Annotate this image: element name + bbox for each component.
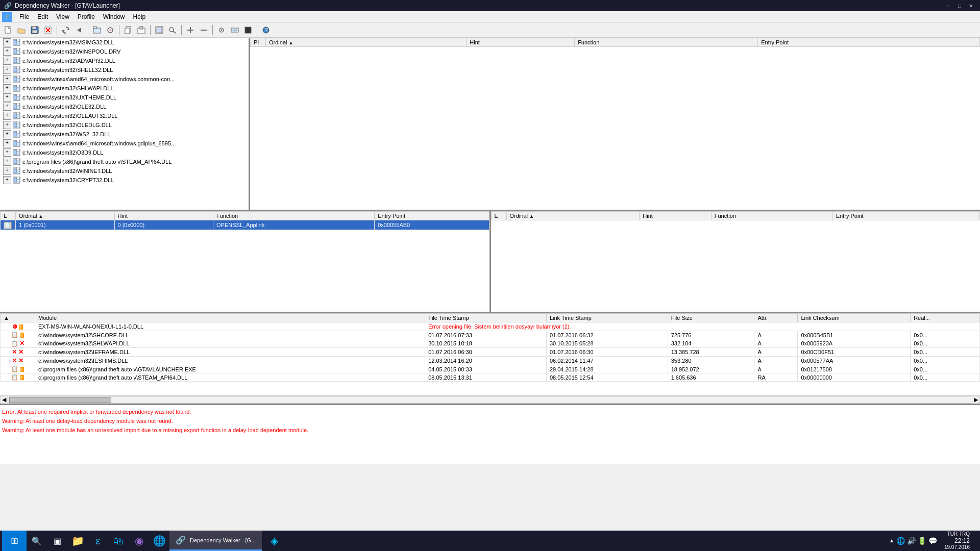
tray-expand-icon[interactable]: ▲	[889, 538, 894, 543]
module-col-checksum[interactable]: Link Checksum	[798, 314, 911, 322]
close-button[interactable]: ✕	[966, 2, 976, 10]
table-row[interactable]: ⊗ ! EXT-MS-WIN-WLAN-ONEXUI-L1-1-0.DLL Er…	[1, 322, 980, 331]
tree-expand-icon[interactable]: +	[3, 158, 11, 166]
collapse-button[interactable]	[198, 24, 210, 36]
import-table-container[interactable]: E Ordinal ▲ Hint Function Entry Point 📄	[0, 211, 489, 312]
tree-item[interactable]: + c:\windows\system32\OLEAUT32.DLL	[0, 111, 249, 120]
module-table-container[interactable]: ▲ Module File Time Stamp Link Time Stamp…	[0, 313, 980, 395]
menu-edit[interactable]: Edit	[33, 11, 52, 22]
match-button[interactable]	[242, 24, 254, 36]
extra-app-button[interactable]: ◈	[262, 531, 286, 551]
highlight-button[interactable]	[104, 24, 116, 36]
network-icon[interactable]: 🌐	[896, 537, 905, 545]
import-col-entrypoint[interactable]: Entry Point	[375, 212, 489, 220]
tree-scroll[interactable]: + c:\windows\system32\MSIMG32.DLL + c:\w…	[0, 38, 249, 210]
tree-item[interactable]: + c:\windows\system32\SHELL32.DLL	[0, 65, 249, 74]
import-col-hint[interactable]: Hint	[114, 212, 213, 220]
new-button[interactable]	[2, 24, 14, 36]
table-row[interactable]: ✕ ✕ c:\windows\system32\IESHIMS.DLL 12.0…	[1, 357, 980, 365]
find-button[interactable]	[166, 24, 179, 36]
tree-item[interactable]: + c:\windows\system32\WININET.DLL	[0, 166, 249, 176]
tree-item[interactable]: + c:\windows\winsxs\amd64_microsoft.wind…	[0, 139, 249, 148]
table-row[interactable]: 📋 ! c:\program files (x86)\grand theft a…	[1, 365, 980, 373]
tree-item[interactable]: + c:\windows\system32\SHLWAPI.DLL	[0, 84, 249, 93]
horizontal-scrollbar[interactable]: ◀ ▶	[0, 395, 980, 404]
store-button[interactable]: 🛍	[108, 531, 129, 551]
tree-expand-icon[interactable]: +	[3, 38, 11, 46]
clock-display[interactable]: TUR TRQ 22:12 19.07.2016	[939, 531, 970, 550]
search-button[interactable]: 🔍	[27, 531, 47, 551]
expand-button[interactable]	[184, 24, 197, 36]
module-col-filetime[interactable]: File Time Stamp	[425, 314, 547, 322]
close-module-button[interactable]	[42, 24, 54, 36]
tree-item[interactable]: + c:\windows\system32\OLE32.DLL	[0, 102, 249, 111]
tree-item[interactable]: + c:\windows\system32\ADVAPI32.DLL	[0, 56, 249, 65]
tree-expand-icon[interactable]: +	[3, 66, 11, 74]
tree-item[interactable]: + c:\windows\system32\CRYPT32.DLL	[0, 176, 249, 185]
scroll-right-button[interactable]: ▶	[972, 396, 980, 404]
col-pi[interactable]: PI	[251, 38, 266, 47]
export-col-e[interactable]: E	[491, 212, 506, 220]
module-col-filesize[interactable]: File Size	[668, 314, 754, 322]
tree-item[interactable]: + c:\windows\system32\D3D9.DLL	[0, 148, 249, 157]
col-entrypoint-top[interactable]: Entry Point	[758, 38, 980, 47]
menu-window[interactable]: Window	[99, 11, 129, 22]
menu-profile[interactable]: Profile	[74, 11, 99, 22]
tree-expand-icon[interactable]: +	[3, 47, 11, 56]
tree-item[interactable]: + c:\windows\system32\UXTHEME.DLL	[0, 93, 249, 102]
import-col-e[interactable]: E	[1, 212, 16, 220]
tree-expand-icon[interactable]: +	[3, 167, 11, 175]
sysinfo-button[interactable]: ?	[260, 24, 272, 36]
module-col-module[interactable]: Module	[35, 314, 425, 322]
copy-button[interactable]	[122, 24, 134, 36]
minimize-button[interactable]: ─	[943, 2, 953, 10]
col-hint-top[interactable]: Hint	[467, 38, 575, 47]
tree-item[interactable]: + c:\windows\system32\OLEDLG.DLL	[0, 120, 249, 130]
tree-item[interactable]: + c:\program files (x86)\grand theft aut…	[0, 157, 249, 166]
table-row[interactable]: 📋 ! c:\program files (x86)\grand theft a…	[1, 373, 980, 382]
battery-icon[interactable]: 🔋	[918, 537, 926, 545]
tree-expand-icon[interactable]: +	[3, 103, 11, 111]
start-button[interactable]: ⊞	[2, 531, 27, 551]
tree-expand-icon[interactable]: +	[3, 112, 11, 120]
table-row[interactable]: 📋 ! c:\windows\system32\SHCORE.DLL 01.07…	[1, 331, 980, 339]
parent-module-button[interactable]	[91, 24, 103, 36]
tree-expand-icon[interactable]: +	[3, 176, 11, 184]
scroll-left-button[interactable]: ◀	[0, 396, 8, 404]
import-col-ordinal[interactable]: Ordinal ▲	[16, 212, 115, 220]
export-col-hint[interactable]: Hint	[640, 212, 711, 220]
tree-expand-icon[interactable]: +	[3, 57, 11, 65]
table-row[interactable]: ✕ ✕ c:\windows\system32\IEFRAME.DLL 01.0…	[1, 348, 980, 357]
tree-expand-icon[interactable]: +	[3, 148, 11, 157]
export-table-container[interactable]: E Ordinal ▲ Hint Function Entry Point	[491, 211, 981, 312]
top-right-table-container[interactable]: PI Ordinal ▲ Hint Function Entry Point	[250, 38, 980, 210]
refresh-button[interactable]	[60, 24, 72, 36]
col-ordinal-top[interactable]: Ordinal ▲	[266, 38, 467, 47]
tree-expand-icon[interactable]: +	[3, 84, 11, 92]
module-col-real[interactable]: Real...	[911, 314, 980, 322]
dependency-walker-taskbar[interactable]: 🔗 Dependency Walker - [G...	[169, 531, 262, 551]
select-all-button[interactable]	[153, 24, 165, 36]
horizontal-scroll-track[interactable]	[9, 396, 971, 404]
notification-icon[interactable]: 💬	[928, 537, 937, 545]
save-button[interactable]	[29, 24, 41, 36]
col-function-top[interactable]: Function	[575, 38, 758, 47]
paste-button[interactable]	[135, 24, 148, 36]
task-view-button[interactable]: ▣	[47, 531, 67, 551]
menu-help[interactable]: Help	[129, 11, 150, 22]
tree-expand-icon[interactable]: +	[3, 121, 11, 129]
tree-item[interactable]: + c:\windows\system32\WS2_32.DLL	[0, 130, 249, 139]
export-col-ordinal[interactable]: Ordinal ▲	[506, 212, 640, 220]
export-col-entrypoint[interactable]: Entry Point	[832, 212, 979, 220]
menu-file[interactable]: File	[15, 11, 33, 22]
volume-icon[interactable]: 🔊	[907, 537, 916, 545]
module-col-attr[interactable]: Attr.	[754, 314, 798, 322]
table-row[interactable]: 📋 ✕ c:\windows\system32\SHLWAPI.DLL 30.1…	[1, 339, 980, 348]
import-col-function[interactable]: Function	[213, 212, 375, 220]
tree-item[interactable]: + c:\windows\winsxs\amd64_microsoft.wind…	[0, 74, 249, 84]
tree-expand-icon[interactable]: +	[3, 139, 11, 147]
file-explorer-button[interactable]: 📁	[67, 531, 88, 551]
prev-button[interactable]	[73, 24, 85, 36]
tree-item[interactable]: + c:\windows\system32\MSIMG32.DLL	[0, 38, 249, 47]
maximize-button[interactable]: □	[954, 2, 965, 10]
